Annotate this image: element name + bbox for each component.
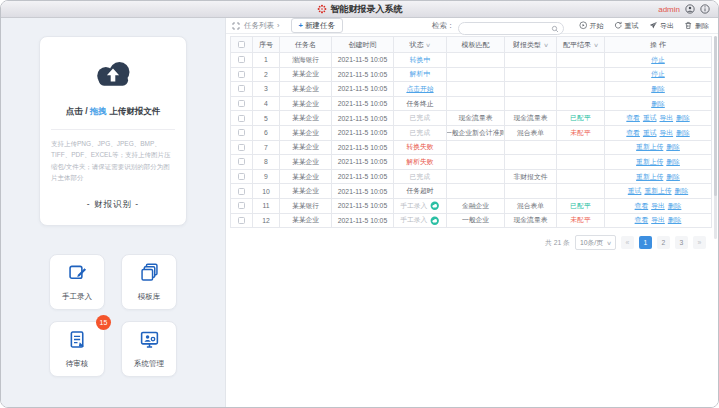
action-link-删除[interactable]: 删除 [668, 215, 682, 225]
task-name: 某某企业 [280, 68, 332, 83]
row-checkbox[interactable] [238, 202, 245, 209]
row-checkbox-cell [231, 68, 253, 83]
balance-text: 未配平 [570, 215, 590, 225]
action-link-查看[interactable]: 查看 [626, 128, 640, 138]
action-link-重新上传[interactable]: 重新上传 [644, 186, 671, 196]
action-link-删除[interactable]: 删除 [666, 157, 680, 167]
action-link-停止[interactable]: 停止 [651, 55, 665, 65]
row-checkbox[interactable] [238, 158, 245, 165]
chevron-right-icon: › [277, 21, 280, 30]
row-checkbox[interactable] [238, 188, 245, 195]
column-header-财报类型[interactable]: 财报类型∨ [505, 37, 557, 53]
row-checkbox[interactable] [238, 115, 245, 122]
page-size-select[interactable]: 10条/页 ∨ [575, 235, 616, 250]
action-link-导出[interactable]: 导出 [651, 215, 665, 225]
action-link-重试[interactable]: 重试 [643, 113, 657, 123]
row-checkbox[interactable] [238, 217, 245, 224]
info-icon[interactable] [700, 4, 710, 14]
row-index-value: 6 [264, 129, 268, 136]
report-type: 现金流量表 [505, 111, 557, 126]
balance-result-cell [557, 155, 605, 170]
prev-page-button[interactable]: « [621, 236, 634, 249]
chevron-down-icon[interactable]: ∨ [543, 42, 549, 48]
created-time: 2021-11-5 10:05 [332, 68, 394, 83]
new-task-button[interactable]: + 新建任务 [291, 18, 343, 33]
action-link-删除[interactable]: 删除 [676, 128, 690, 138]
next-page-button[interactable]: » [693, 236, 706, 249]
action-link-删除[interactable]: 删除 [651, 99, 665, 109]
manual-entry-icon [67, 262, 88, 287]
toolbar-action-重试[interactable]: 重试 [614, 21, 639, 31]
status-cell: 已完成 [394, 111, 447, 126]
scrollbar[interactable] [714, 36, 717, 239]
chevron-down-icon[interactable]: ∨ [593, 42, 599, 48]
status-text[interactable]: 点击开始 [406, 84, 433, 94]
column-header-状态[interactable]: 状态∨ [394, 37, 447, 53]
action-link-导出[interactable]: 导出 [660, 113, 674, 123]
upload-click-label: 点击 [66, 106, 83, 116]
task-name-value: 某某企业 [292, 128, 319, 138]
status-cell: 点击开始 [394, 82, 447, 97]
report-type-value: 现金流量表 [514, 113, 548, 123]
app-card-待审核[interactable]: 待审核15 [49, 321, 105, 377]
action-link-删除[interactable]: 删除 [676, 113, 690, 123]
toolbar-action-导出[interactable]: 导出 [649, 21, 675, 31]
page-button-3[interactable]: 3 [675, 236, 688, 249]
action-link-删除[interactable]: 删除 [666, 142, 680, 152]
action-link-删除[interactable]: 删除 [668, 201, 682, 211]
task-name: 某某银行 [280, 199, 332, 214]
row-checkbox[interactable] [238, 100, 245, 107]
scrollbar-thumb[interactable] [714, 36, 717, 196]
page-button-2[interactable]: 2 [657, 236, 670, 249]
upload-dropzone[interactable]: 点击 / 拖拽 上传财报文件 支持上传PNG、JPG、JPEG、BMP、TIFF… [39, 36, 187, 226]
report-type [505, 141, 557, 156]
action-link-重试[interactable]: 重试 [643, 128, 657, 138]
row-index-value: 10 [262, 188, 270, 195]
expand-icon[interactable] [232, 22, 240, 30]
chevron-down-icon[interactable]: ∨ [426, 42, 432, 48]
breadcrumb[interactable]: 任务列表 › [244, 21, 280, 31]
action-link-重新上传[interactable]: 重新上传 [636, 157, 663, 167]
row-checkbox-cell [231, 184, 253, 199]
page-button-1[interactable]: 1 [639, 236, 652, 249]
column-header-配平结果[interactable]: 配平结果∨ [557, 37, 605, 53]
app-card-手工录入[interactable]: 手工录入 [49, 254, 105, 310]
row-checkbox-cell [231, 199, 253, 214]
row-checkbox[interactable] [238, 71, 245, 78]
action-link-导出[interactable]: 导出 [660, 128, 674, 138]
action-link-删除[interactable]: 删除 [675, 186, 689, 196]
upload-drag-link[interactable]: 拖拽 [90, 106, 107, 116]
row-checkbox[interactable] [238, 85, 245, 92]
action-link-停止[interactable]: 停止 [651, 69, 665, 79]
task-name: 某某企业 [280, 214, 332, 229]
row-checkbox[interactable] [238, 173, 245, 180]
action-link-删除[interactable]: 删除 [651, 84, 665, 94]
toolbar-action-删除[interactable]: 删除 [684, 21, 709, 31]
user-icon[interactable] [685, 4, 695, 14]
select-all-checkbox[interactable] [238, 41, 245, 48]
action-link-查看[interactable]: 查看 [635, 215, 649, 225]
action-link-重试[interactable]: 重试 [628, 186, 642, 196]
search-input[interactable] [458, 22, 564, 35]
username-label[interactable]: admin [658, 5, 680, 14]
action-link-重新上传[interactable]: 重新上传 [636, 172, 663, 182]
row-checkbox-cell [231, 214, 253, 229]
action-link-删除[interactable]: 删除 [666, 172, 680, 182]
column-header-操作: 操 作 [605, 37, 712, 53]
action-link-查看[interactable]: 查看 [635, 201, 649, 211]
app-card-系统管理[interactable]: 系统管理 [121, 321, 177, 377]
task-name-value: 某某企业 [292, 215, 319, 225]
row-checkbox[interactable] [238, 144, 245, 151]
row-checkbox[interactable] [238, 129, 245, 136]
action-link-查看[interactable]: 查看 [626, 113, 640, 123]
task-name-value: 渤海银行 [292, 55, 319, 65]
page-size-value: 10条/页 [580, 238, 603, 248]
row-checkbox[interactable] [238, 56, 245, 63]
status-text: 已完成 [410, 128, 430, 138]
notification-badge: 15 [96, 315, 111, 330]
toolbar-action-开始[interactable]: 开始 [579, 21, 604, 31]
search-icon[interactable] [551, 19, 559, 37]
action-link-导出[interactable]: 导出 [651, 201, 665, 211]
action-link-重新上传[interactable]: 重新上传 [636, 142, 663, 152]
app-card-模板库[interactable]: 模板库 [121, 254, 177, 310]
